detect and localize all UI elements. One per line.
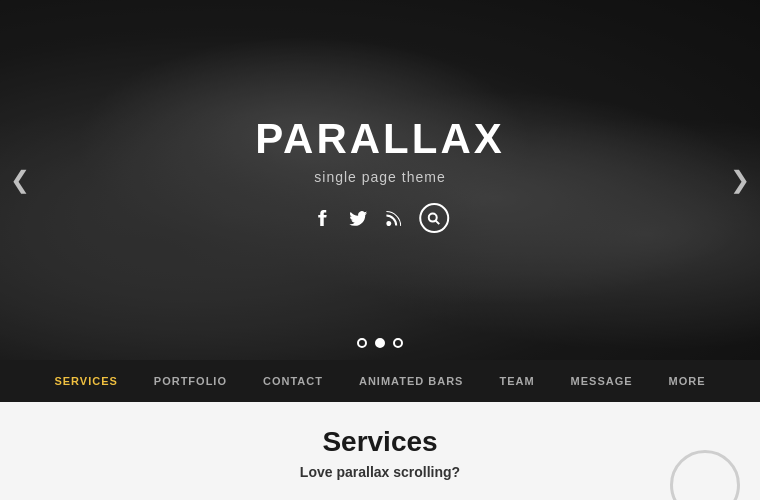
nav-item-contact[interactable]: CONTACT: [245, 360, 341, 402]
hero-social-icons: [255, 203, 505, 233]
decorative-circle: [670, 450, 740, 500]
hero-subtitle: single page theme: [255, 169, 505, 185]
facebook-icon[interactable]: [311, 207, 333, 229]
nav-item-services[interactable]: SERVICES: [36, 360, 135, 402]
nav-item-team[interactable]: TEAM: [481, 360, 552, 402]
svg-point-0: [386, 221, 391, 226]
hero-content: PARALLAX single page theme: [255, 115, 505, 233]
nav-item-animated-bars[interactable]: ANIMATED BARS: [341, 360, 481, 402]
rss-icon[interactable]: [383, 207, 405, 229]
hero-title: PARALLAX: [255, 115, 505, 163]
nav-item-portfolio[interactable]: PORTFOLIO: [136, 360, 245, 402]
carousel-next-button[interactable]: ❯: [730, 166, 750, 194]
carousel-dots: [357, 338, 403, 348]
carousel-prev-button[interactable]: ❮: [10, 166, 30, 194]
nav-item-message[interactable]: MESSAGE: [553, 360, 651, 402]
carousel-dot-2[interactable]: [375, 338, 385, 348]
navbar: SERVICES PORTFOLIO CONTACT ANIMATED BARS…: [0, 360, 760, 402]
carousel-dot-1[interactable]: [357, 338, 367, 348]
search-button[interactable]: [419, 203, 449, 233]
services-subtitle: Love parallax scrolling?: [300, 464, 460, 480]
services-section: Services Love parallax scrolling?: [0, 402, 760, 500]
carousel-dot-3[interactable]: [393, 338, 403, 348]
svg-point-1: [429, 213, 437, 221]
nav-item-more[interactable]: MORE: [651, 360, 724, 402]
svg-line-2: [436, 220, 440, 224]
twitter-icon[interactable]: [347, 207, 369, 229]
hero-section: ❮ ❯ PARALLAX single page theme: [0, 0, 760, 360]
services-title: Services: [322, 426, 437, 458]
